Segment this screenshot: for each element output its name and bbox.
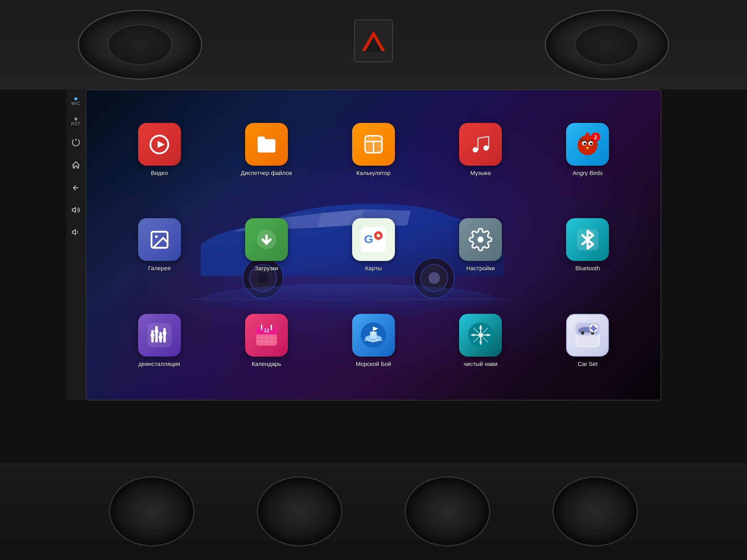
svg-point-36 bbox=[155, 235, 158, 238]
bottom-vent-left bbox=[109, 476, 195, 546]
app-label-maps: Карты bbox=[365, 265, 382, 271]
app-icon-navclean bbox=[459, 314, 502, 357]
svg-point-83 bbox=[581, 331, 584, 335]
app-label-downloads: Загрузки bbox=[255, 265, 278, 271]
app-icon-maps: G bbox=[352, 218, 395, 261]
svg-point-43 bbox=[477, 237, 484, 243]
app-downloads[interactable]: Загрузки bbox=[245, 218, 288, 271]
app-label-navclean: чистый нави bbox=[464, 360, 498, 367]
app-icon-uninstall bbox=[138, 314, 181, 357]
svg-text:÷: ÷ bbox=[368, 144, 370, 148]
bottom-vent-center-left bbox=[257, 476, 342, 546]
app-label-files: Диспетчер файлов bbox=[241, 170, 292, 176]
app-label-angry-birds: Angry Birds bbox=[573, 170, 603, 176]
svg-point-23 bbox=[483, 145, 489, 150]
rst-label: RST bbox=[71, 121, 81, 126]
app-settings[interactable]: Настройки bbox=[459, 218, 502, 271]
svg-rect-87 bbox=[577, 336, 598, 346]
app-label-uninstall: деинсталляция bbox=[139, 360, 180, 367]
svg-point-22 bbox=[473, 147, 478, 152]
svg-text:−: − bbox=[368, 148, 371, 152]
app-label-calendar: Календарь bbox=[252, 360, 281, 367]
power-button[interactable] bbox=[71, 138, 81, 149]
apps-grid: Видео Диспетчер файлов + bbox=[86, 90, 661, 400]
app-icon-bluetooth bbox=[566, 218, 609, 261]
svg-point-52 bbox=[158, 335, 162, 339]
svg-point-86 bbox=[591, 326, 596, 331]
app-icon-gallery bbox=[138, 218, 181, 261]
side-panel: MIC RST bbox=[66, 89, 86, 401]
hazard-icon bbox=[362, 31, 385, 51]
app-label-bluetooth: Bluetooth bbox=[575, 265, 600, 271]
volume-up-button[interactable] bbox=[72, 206, 80, 216]
svg-point-42 bbox=[377, 234, 381, 237]
app-icon-seabattle bbox=[352, 314, 395, 357]
back-button[interactable] bbox=[72, 184, 80, 194]
app-navclean[interactable]: чистый нави bbox=[459, 314, 502, 367]
app-maps[interactable]: G Карты bbox=[352, 218, 395, 271]
mic-label: MIC bbox=[71, 101, 80, 106]
mic-dot bbox=[74, 97, 77, 100]
svg-point-53 bbox=[162, 331, 166, 335]
main-screen: Видео Диспетчер файлов + bbox=[86, 89, 661, 401]
right-vent bbox=[545, 10, 669, 80]
app-label-carset: Car Set bbox=[578, 360, 598, 367]
app-icon-calc: + ÷ × − = bbox=[352, 123, 395, 166]
top-vent-area bbox=[0, 0, 747, 89]
app-icon-files bbox=[245, 123, 288, 166]
app-video[interactable]: Видео bbox=[138, 123, 181, 176]
app-icon-calendar: 12 bbox=[245, 314, 288, 357]
app-uninstall[interactable]: деинсталляция bbox=[138, 314, 181, 367]
app-label-video: Видео bbox=[151, 170, 168, 176]
app-icon-music bbox=[459, 123, 502, 166]
app-angry-birds[interactable]: 2 Angry Birds bbox=[566, 123, 609, 176]
rst-indicator: RST bbox=[71, 117, 81, 126]
left-vent bbox=[78, 10, 202, 80]
svg-text:12: 12 bbox=[264, 328, 269, 333]
app-music[interactable]: Музыка bbox=[459, 123, 502, 176]
app-label-seabattle: Морской Бой bbox=[356, 360, 391, 367]
app-icon-carset bbox=[566, 314, 609, 357]
dashboard: MIC RST bbox=[0, 0, 747, 560]
home-button[interactable] bbox=[71, 161, 81, 172]
rst-dot bbox=[74, 117, 77, 121]
volume-down-button[interactable] bbox=[72, 228, 80, 238]
svg-point-50 bbox=[150, 333, 154, 337]
svg-marker-13 bbox=[158, 141, 165, 148]
app-icon-downloads bbox=[245, 218, 288, 261]
app-label-settings: Настройки bbox=[466, 265, 495, 271]
bottom-vent-right bbox=[552, 476, 638, 546]
app-icon-angry: 2 bbox=[566, 123, 609, 166]
svg-point-51 bbox=[154, 329, 158, 333]
app-files[interactable]: Диспетчер файлов bbox=[241, 123, 292, 176]
app-seabattle[interactable]: Морской Бой bbox=[352, 314, 395, 367]
svg-marker-0 bbox=[72, 208, 75, 213]
svg-point-79 bbox=[479, 333, 483, 337]
app-calculator[interactable]: + ÷ × − = Калькулятор bbox=[352, 123, 395, 176]
svg-text:×: × bbox=[378, 144, 380, 148]
app-icon-settings bbox=[459, 218, 502, 261]
app-label-music: Музыка bbox=[470, 170, 491, 176]
app-calendar[interactable]: 12 Календарь bbox=[245, 314, 288, 367]
app-label-gallery: Галерея bbox=[148, 265, 171, 271]
svg-point-30 bbox=[590, 143, 593, 145]
app-gallery[interactable]: Галерея bbox=[138, 218, 181, 271]
hazard-button[interactable] bbox=[354, 19, 393, 62]
app-icon-video bbox=[138, 123, 181, 166]
mic-indicator: MIC bbox=[71, 97, 80, 106]
svg-text:=: = bbox=[378, 148, 380, 152]
svg-point-29 bbox=[584, 143, 586, 145]
app-carset[interactable]: Car Set bbox=[566, 314, 609, 367]
bottom-vent-area bbox=[0, 463, 747, 560]
bottom-vent-center-right bbox=[405, 476, 490, 546]
svg-point-32 bbox=[586, 133, 589, 136]
svg-marker-1 bbox=[72, 230, 75, 235]
svg-text:2: 2 bbox=[594, 134, 597, 140]
app-label-calculator: Калькулятор bbox=[356, 170, 391, 176]
app-bluetooth[interactable]: Bluetooth bbox=[566, 218, 609, 271]
svg-text:+: + bbox=[368, 137, 370, 141]
svg-text:G: G bbox=[364, 233, 374, 245]
